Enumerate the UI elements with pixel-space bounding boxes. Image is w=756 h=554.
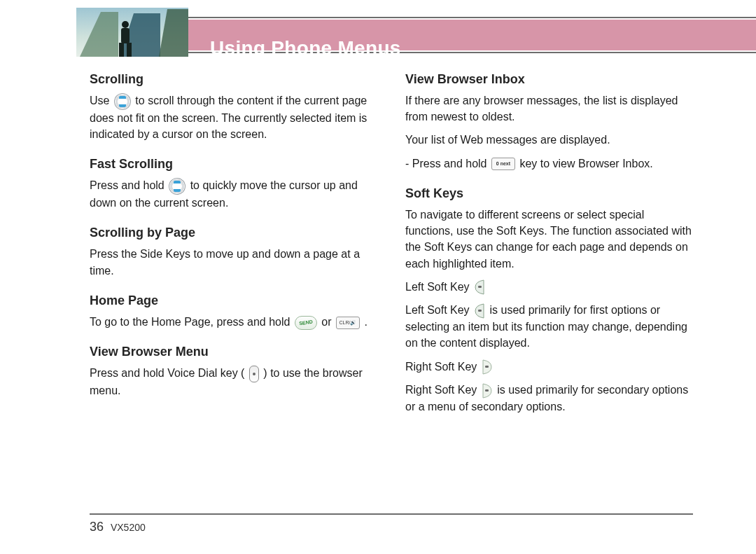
text: key to view Browser Inbox. — [519, 158, 652, 169]
heading-scrolling-by-page: Scrolling by Page — [90, 223, 377, 242]
svg-rect-6 — [119, 43, 124, 57]
heading-soft-keys: Soft Keys — [405, 184, 693, 202]
text: Use — [90, 95, 109, 106]
column-left: Scrolling Use to scroll through the cont… — [90, 70, 377, 498]
right-soft-key-icon — [482, 359, 493, 375]
svg-rect-10 — [485, 366, 489, 368]
page-number: 36 — [90, 520, 104, 534]
model-id: VX5200 — [111, 522, 146, 533]
para-scrolling: Use to scroll through the content if the… — [90, 92, 377, 142]
nav-key-icon — [169, 178, 186, 195]
content-columns: Scrolling Use to scroll through the cont… — [90, 70, 693, 498]
svg-rect-8 — [478, 286, 482, 288]
para-scrolling-by-page: Press the Side Keys to move up and down … — [90, 246, 377, 278]
heading-view-browser-inbox: View Browser Inbox — [405, 70, 693, 88]
page-title: Using Phone Menus — [210, 37, 401, 60]
para-right-soft-key-body: Right Soft Key is used primarily for sec… — [405, 382, 693, 415]
para-fast-scrolling: Press and hold to quickly move the curso… — [90, 177, 377, 211]
right-soft-key-icon — [482, 383, 493, 399]
voice-dial-key-icon — [249, 366, 259, 382]
footer-rule — [90, 513, 693, 515]
header-photo — [76, 8, 188, 57]
para-inbox-1: If there are any browser messages, the l… — [405, 92, 693, 125]
svg-rect-11 — [485, 389, 489, 392]
para-left-soft-key-body: Left Soft Key is used primarily for firs… — [405, 302, 693, 351]
text: Right Soft Key — [405, 384, 477, 396]
text: Press and hold Voice Dial key ( — [90, 367, 244, 379]
para-inbox-2: Your list of Web messages are displayed. — [405, 132, 693, 148]
text: Left Soft Key — [405, 281, 470, 293]
svg-point-4 — [122, 21, 129, 28]
send-key-icon — [295, 316, 317, 330]
clr-key-icon — [336, 317, 360, 329]
text: or — [321, 316, 331, 328]
left-soft-key-icon — [474, 303, 485, 319]
para-view-browser-menu: Press and hold Voice Dial key ( ) to use… — [90, 365, 377, 399]
column-right: View Browser Inbox If there are any brow… — [405, 70, 693, 498]
para-left-soft-key-label: Left Soft Key — [405, 279, 693, 296]
nav-key-icon — [114, 93, 131, 110]
text: to scroll through the content if the cur… — [90, 95, 367, 140]
left-soft-key-icon — [474, 279, 485, 295]
text: . — [364, 316, 367, 328]
svg-rect-7 — [127, 43, 132, 57]
text: Right Soft Key — [405, 361, 477, 373]
heading-home-page: Home Page — [90, 291, 377, 310]
zero-key-icon — [491, 158, 515, 170]
heading-scrolling: Scrolling — [90, 70, 377, 88]
para-right-soft-key-label: Right Soft Key — [405, 359, 693, 375]
text: Left Soft Key — [405, 304, 470, 316]
svg-rect-9 — [478, 310, 482, 312]
heading-view-browser-menu: View Browser Menu — [90, 342, 377, 361]
text: - Press and hold — [405, 158, 487, 169]
text: Press and hold — [90, 179, 164, 191]
para-inbox-3: - Press and hold key to view Browser Inb… — [405, 155, 693, 172]
para-soft-keys-intro: To navigate to different screens or sele… — [405, 207, 693, 272]
text: To go to the Home Page, press and hold — [90, 316, 290, 328]
footer: 36 VX5200 — [90, 520, 146, 534]
para-home-page: To go to the Home Page, press and hold o… — [90, 314, 377, 330]
svg-rect-5 — [121, 28, 130, 43]
heading-fast-scrolling: Fast Scrolling — [90, 155, 377, 173]
